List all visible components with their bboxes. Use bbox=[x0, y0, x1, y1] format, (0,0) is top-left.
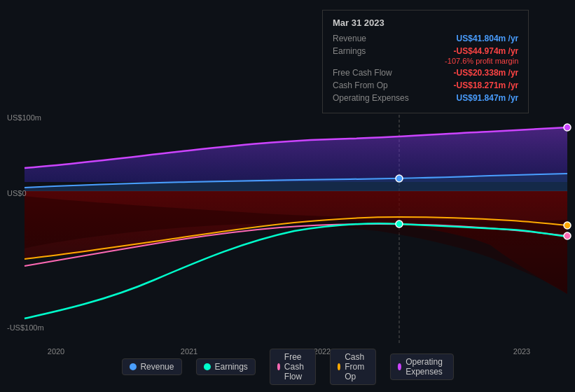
tooltip-value-cashfromop: -US$18.271m /yr bbox=[454, 80, 519, 90]
legend-label-opex: Operating Expenses bbox=[406, 357, 445, 377]
tooltip-profit-margin: -107.6% profit margin bbox=[333, 57, 518, 65]
tooltip-row-opex: Operating Expenses US$91.847m /yr bbox=[333, 93, 518, 103]
cursor-dot-earnings bbox=[396, 220, 403, 227]
legend-fcf[interactable]: Free Cash Flow bbox=[270, 349, 316, 385]
cursor-dot-cashfromop bbox=[564, 222, 571, 229]
legend: Revenue Earnings Free Cash Flow Cash Fro… bbox=[121, 349, 453, 385]
cursor-dot-opex bbox=[564, 124, 571, 131]
cursor-dot-fcf bbox=[564, 232, 571, 239]
legend-label-revenue: Revenue bbox=[140, 362, 174, 372]
tooltip-row-cashfromop: Cash From Op -US$18.271m /yr bbox=[333, 80, 518, 90]
legend-label-fcf: Free Cash Flow bbox=[284, 352, 308, 382]
y-label-0: US$0 bbox=[7, 189, 27, 197]
y-label-neg100m: -US$100m bbox=[7, 323, 44, 332]
tooltip-label-opex: Operating Expenses bbox=[333, 93, 409, 103]
legend-earnings[interactable]: Earnings bbox=[195, 358, 255, 375]
chart-container: US$100m US$0 -US$100m 2020 2021 2022 202… bbox=[0, 0, 575, 392]
tooltip-label-earnings: Earnings bbox=[333, 46, 366, 56]
tooltip-date: Mar 31 2023 bbox=[333, 18, 518, 28]
tooltip-value-earnings: -US$44.974m /yr bbox=[454, 46, 519, 56]
tooltip-label-cashfromop: Cash From Op bbox=[333, 80, 388, 90]
tooltip-row-revenue: Revenue US$41.804m /yr bbox=[333, 34, 518, 43]
legend-revenue[interactable]: Revenue bbox=[121, 358, 181, 375]
legend-cashfromop[interactable]: Cash From Op bbox=[330, 349, 376, 385]
legend-label-cashfromop: Cash From Op bbox=[345, 352, 368, 382]
x-label-2023: 2023 bbox=[513, 347, 530, 356]
tooltip-label-revenue: Revenue bbox=[333, 34, 366, 43]
y-label-100m: US$100m bbox=[7, 113, 41, 122]
legend-dot-earnings bbox=[203, 363, 210, 370]
tooltip-value-revenue: US$41.804m /yr bbox=[457, 34, 519, 43]
tooltip-value-fcf: -US$20.338m /yr bbox=[454, 68, 519, 78]
tooltip-value-opex: US$91.847m /yr bbox=[457, 93, 519, 103]
cursor-dot-revenue bbox=[396, 175, 403, 182]
legend-dot-fcf bbox=[277, 363, 280, 370]
tooltip: Mar 31 2023 Revenue US$41.804m /yr Earni… bbox=[322, 10, 529, 113]
legend-dot-cashfromop bbox=[338, 363, 340, 370]
tooltip-row-earnings: Earnings -US$44.974m /yr -107.6% profit … bbox=[333, 46, 518, 65]
tooltip-row-fcf: Free Cash Flow -US$20.338m /yr bbox=[333, 68, 518, 78]
x-label-2020: 2020 bbox=[48, 347, 64, 356]
legend-dot-opex bbox=[398, 363, 401, 370]
legend-label-earnings: Earnings bbox=[214, 362, 247, 372]
legend-dot-revenue bbox=[129, 363, 136, 370]
legend-opex[interactable]: Operating Expenses bbox=[390, 354, 454, 380]
tooltip-label-fcf: Free Cash Flow bbox=[333, 68, 392, 78]
